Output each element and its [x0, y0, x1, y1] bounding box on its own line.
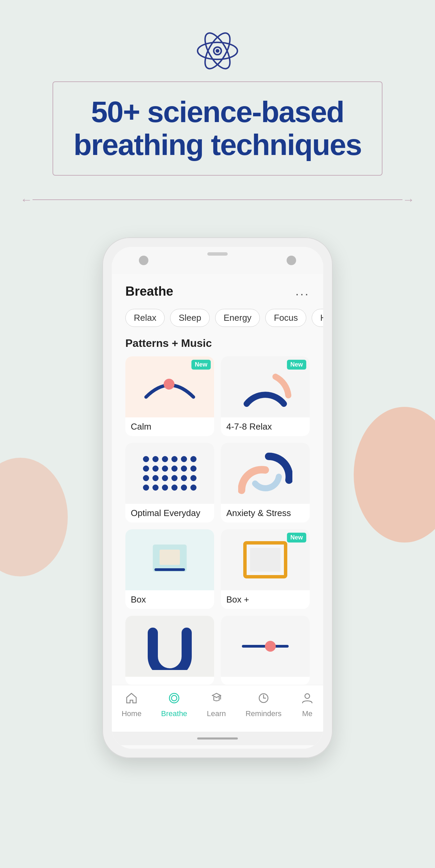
arrow-line [33, 199, 402, 200]
card-label-optimal: Optimal Everyday [125, 504, 214, 522]
me-icon [301, 692, 313, 707]
nav-label-me: Me [302, 709, 313, 718]
learn-icon [210, 692, 223, 707]
headline: 50+ science-based breathing techniques [74, 96, 361, 161]
nav-me[interactable]: Me [301, 692, 313, 718]
app-title: Breathe [125, 284, 173, 299]
badge-new-boxplus: New [287, 533, 306, 542]
card-label-anxiety: Anxiety & Stress [221, 504, 310, 522]
svg-point-13 [169, 693, 179, 703]
app-header: Breathe ... [112, 274, 323, 302]
card-thumb-box [125, 529, 214, 590]
svg-point-14 [171, 695, 177, 701]
chip-health[interactable]: Health [312, 309, 323, 327]
svg-point-5 [164, 379, 174, 390]
speaker [207, 252, 228, 256]
badge-new-relax: New [287, 360, 306, 370]
card-bottom2[interactable] [221, 616, 310, 685]
card-thumb-optimal [125, 443, 214, 504]
svg-point-19 [305, 694, 310, 698]
atom-icon [194, 27, 241, 75]
card-boxplus[interactable]: New Box + [221, 529, 310, 609]
headline-line1: 50+ science-based [91, 95, 344, 129]
phone-top-bar [112, 247, 323, 274]
phone-mockup: Breathe ... Relax Sleep Energy Focus Hea… [102, 237, 333, 758]
nav-label-reminders: Reminders [246, 709, 282, 718]
menu-dots-button[interactable]: ... [295, 284, 310, 298]
camera-left [139, 256, 148, 265]
nav-label-learn: Learn [207, 709, 226, 718]
home-bar [197, 737, 238, 739]
nav-label-home: Home [122, 709, 142, 718]
section-title: Patterns + Music [112, 334, 323, 356]
card-anxiety[interactable]: Anxiety & Stress [221, 443, 310, 522]
chip-energy[interactable]: Energy [215, 309, 260, 327]
headline-box: 50+ science-based breathing techniques [53, 81, 382, 176]
headline-line2: breathing techniques [74, 128, 361, 161]
wave-decoration-left [0, 458, 68, 576]
card-label-bottom2 [221, 677, 310, 685]
svg-rect-10 [250, 548, 281, 572]
breathe-icon [168, 692, 180, 707]
top-section: 50+ science-based breathing techniques ←… [0, 0, 435, 217]
card-optimal[interactable]: Optimal Everyday [125, 443, 214, 522]
card-relax[interactable]: New 4-7-8 Relax [221, 356, 310, 436]
phone-outer: Breathe ... Relax Sleep Energy Focus Hea… [102, 237, 333, 758]
nav-reminders[interactable]: Reminders [246, 692, 282, 718]
card-label-boxplus: Box + [221, 590, 310, 609]
arrow-left-icon[interactable]: ← [20, 193, 33, 207]
card-thumb-bottom1 [125, 616, 214, 677]
arrow-right-icon[interactable]: → [402, 193, 415, 207]
card-thumb-bottom2 [221, 616, 310, 677]
card-thumb-boxplus: New [221, 529, 310, 590]
card-box[interactable]: Box [125, 529, 214, 609]
chip-relax[interactable]: Relax [125, 309, 165, 327]
svg-point-4 [215, 49, 219, 53]
card-thumb-calm: New [125, 356, 214, 417]
arrow-row: ← → [0, 182, 435, 217]
card-bottom1[interactable] [125, 616, 214, 685]
cards-grid: New Calm New [112, 356, 323, 685]
bottom-nav: Home Breathe [112, 685, 323, 732]
card-thumb-anxiety [221, 443, 310, 504]
camera-right [287, 256, 296, 265]
card-calm[interactable]: New Calm [125, 356, 214, 436]
nav-breathe[interactable]: Breathe [161, 692, 187, 718]
badge-new-calm: New [191, 360, 211, 370]
home-indicator [112, 732, 323, 745]
svg-point-12 [265, 641, 276, 652]
card-label-bottom1 [125, 677, 214, 685]
svg-rect-7 [160, 550, 180, 565]
nav-label-breathe: Breathe [161, 709, 187, 718]
nav-home[interactable]: Home [122, 692, 142, 718]
nav-learn[interactable]: Learn [207, 692, 226, 718]
chip-sleep[interactable]: Sleep [170, 309, 210, 327]
card-thumb-relax: New [221, 356, 310, 417]
svg-rect-8 [154, 568, 185, 571]
filter-row: Relax Sleep Energy Focus Health Perf [112, 302, 323, 334]
card-label-box: Box [125, 590, 214, 609]
app-screen: Breathe ... Relax Sleep Energy Focus Hea… [112, 274, 323, 749]
card-label-relax: 4-7-8 Relax [221, 417, 310, 436]
card-label-calm: Calm [125, 417, 214, 436]
reminders-icon [257, 692, 270, 707]
home-icon [125, 692, 138, 707]
wave-decoration-right [354, 407, 435, 542]
phone-inner: Breathe ... Relax Sleep Energy Focus Hea… [112, 247, 323, 749]
chip-focus[interactable]: Focus [265, 309, 306, 327]
